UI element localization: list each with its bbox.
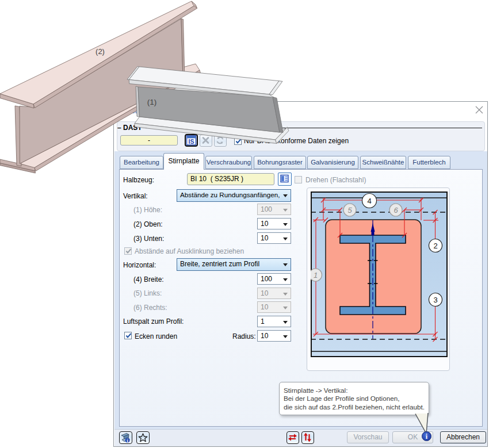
svg-text:(2): (2) (95, 47, 105, 56)
svg-text:(1): (1) (147, 98, 157, 106)
